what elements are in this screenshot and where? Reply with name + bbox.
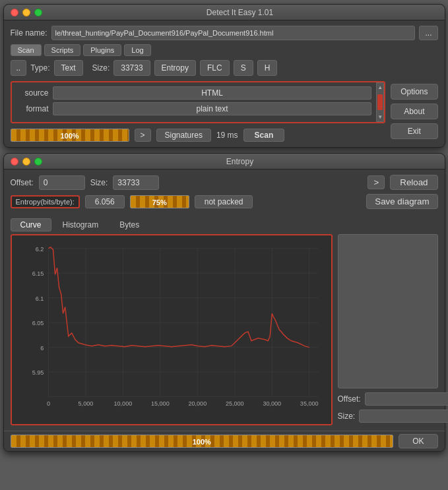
- ok-button[interactable]: OK: [399, 434, 437, 448]
- svg-text:6: 6: [40, 345, 44, 352]
- info-inner: source HTML ? format plain text ? ▲ ▼: [11, 81, 386, 123]
- entropy-titlebar: Entropy: [4, 154, 445, 169]
- bottom-bar: 100% OK: [4, 431, 445, 451]
- minimize-button[interactable]: [22, 9, 30, 16]
- tab-log[interactable]: Log: [124, 44, 150, 56]
- about-button[interactable]: About: [391, 104, 437, 119]
- svg-text:6.1: 6.1: [35, 295, 44, 302]
- svg-text:25,000: 25,000: [225, 400, 243, 407]
- entropy-controls: Offset: Size: > Reload Entropy(bits/byte…: [4, 169, 445, 218]
- size-value: 33733: [113, 60, 150, 76]
- reload-button[interactable]: Reload: [390, 175, 437, 190]
- info-panel: source HTML ? format plain text ? ▲ ▼: [11, 81, 386, 142]
- die-titlebar: Detect It Easy 1.01: [4, 5, 445, 20]
- entropy-progress-text: 75%: [131, 196, 189, 209]
- format-value: plain text: [53, 102, 372, 115]
- signatures-button[interactable]: Signatures: [156, 129, 211, 142]
- entropy-value: 6.056: [85, 195, 125, 208]
- size-input[interactable]: [113, 175, 159, 190]
- chart-svg: 6.2 6.15 6.1 6.05 6 5.95 0 5,000 10,000 …: [12, 235, 331, 424]
- svg-text:10,000: 10,000: [113, 400, 132, 407]
- scroll-thumb: [377, 94, 383, 110]
- size-label: Size:: [92, 63, 110, 73]
- entropy-gt-button[interactable]: >: [368, 175, 385, 189]
- close-button[interactable]: [11, 9, 18, 16]
- svg-text:15,000: 15,000: [150, 400, 169, 407]
- die-body: File name: ... Scan Scripts Plugins Log …: [4, 20, 445, 147]
- bottom-progress-bar: 100%: [11, 435, 394, 448]
- tab-histogram[interactable]: Histogram: [53, 218, 109, 231]
- entropy-close-button[interactable]: [11, 158, 18, 166]
- offset-label: Offset:: [11, 178, 34, 187]
- svg-text:20,000: 20,000: [188, 400, 207, 407]
- info-scrollbar[interactable]: ▲ ▼: [376, 82, 384, 122]
- entropy-row1: Offset: Size: > Reload: [11, 175, 438, 190]
- svg-text:6.2: 6.2: [35, 246, 44, 253]
- entropy-maximize-button[interactable]: [34, 158, 42, 166]
- s-button[interactable]: S: [234, 60, 253, 76]
- offset-field-row: Offset:: [338, 392, 438, 406]
- scan-button[interactable]: Scan: [243, 129, 285, 142]
- offset-field-input[interactable]: [365, 392, 448, 406]
- ellipsis-button[interactable]: ...: [419, 26, 437, 40]
- main-area: source HTML ? format plain text ? ▲ ▼: [11, 81, 438, 142]
- entropy-title: Entropy: [42, 157, 438, 166]
- flc-button[interactable]: FLC: [200, 60, 230, 76]
- offset-field-label: Offset:: [338, 394, 361, 404]
- entropy-traffic-lights: [11, 158, 42, 166]
- exit-button[interactable]: Exit: [391, 123, 437, 139]
- svg-text:5.95: 5.95: [32, 369, 44, 376]
- tab-scan[interactable]: Scan: [11, 44, 42, 56]
- chart-side-preview: [338, 234, 438, 388]
- filename-label: File name:: [11, 28, 48, 38]
- progress-row: 100% > Signatures 19 ms Scan: [11, 129, 386, 142]
- format-row: format plain text ?: [16, 102, 381, 115]
- chart-side: Offset: Size:: [333, 234, 438, 425]
- chart-area: 6.2 6.15 6.1 6.05 6 5.95 0 5,000 10,000 …: [4, 234, 445, 431]
- die-sidebar: Options About Exit: [391, 81, 437, 142]
- nav-button[interactable]: ..: [11, 60, 27, 76]
- size-field-row: Size:: [338, 410, 438, 423]
- scroll-down-icon[interactable]: ▼: [377, 114, 383, 120]
- not-packed-label: not packed: [195, 195, 253, 208]
- svg-text:30,000: 30,000: [263, 400, 281, 407]
- gt-button[interactable]: >: [135, 129, 151, 142]
- size-field-input[interactable]: [359, 410, 448, 423]
- chart-tabs: Curve Histogram Bytes: [4, 218, 445, 234]
- chart-side-fields: Offset: Size:: [338, 392, 438, 425]
- size-field-label: Size:: [338, 412, 356, 421]
- svg-text:35,000: 35,000: [300, 400, 318, 407]
- entropy-window: Entropy Offset: Size: > Reload Entropy(b…: [3, 153, 445, 452]
- entropy-badge: Entropy(bits/byte):: [11, 195, 80, 208]
- tab-scripts[interactable]: Scripts: [44, 44, 81, 56]
- filename-row: File name: ...: [11, 26, 438, 40]
- tab-bytes[interactable]: Bytes: [110, 218, 149, 231]
- maximize-button[interactable]: [34, 9, 42, 16]
- die-window: Detect It Easy 1.01 File name: ... Scan …: [3, 4, 445, 148]
- traffic-lights: [11, 9, 42, 16]
- source-value: HTML: [53, 86, 372, 100]
- scan-progress-text: 100%: [11, 129, 129, 142]
- tab-plugins[interactable]: Plugins: [83, 44, 121, 56]
- format-label: format: [16, 104, 49, 113]
- type-row: .. Type: Text Size: 33733 Entropy FLC S …: [11, 60, 438, 76]
- svg-rect-0: [12, 235, 331, 424]
- entropy-progress-bar: 75%: [130, 195, 189, 208]
- die-title: Detect It Easy 1.01: [42, 8, 438, 17]
- filename-input[interactable]: [51, 26, 416, 40]
- type-label: Type:: [30, 63, 49, 73]
- scan-progress-bar: 100%: [11, 129, 129, 142]
- h-button[interactable]: H: [257, 60, 278, 76]
- size-label2: Size:: [90, 178, 108, 187]
- scroll-up-icon[interactable]: ▲: [377, 84, 383, 90]
- source-label: source: [16, 88, 49, 98]
- source-row: source HTML ?: [16, 86, 381, 100]
- options-button[interactable]: Options: [391, 84, 437, 100]
- entropy-minimize-button[interactable]: [22, 158, 30, 166]
- tab-curve[interactable]: Curve: [11, 218, 51, 231]
- offset-input[interactable]: [39, 175, 85, 190]
- ms-label: 19 ms: [216, 131, 238, 140]
- bottom-progress-text: 100%: [11, 435, 393, 448]
- save-diagram-button[interactable]: Save diagram: [366, 194, 437, 209]
- entropy-button[interactable]: Entropy: [154, 60, 196, 76]
